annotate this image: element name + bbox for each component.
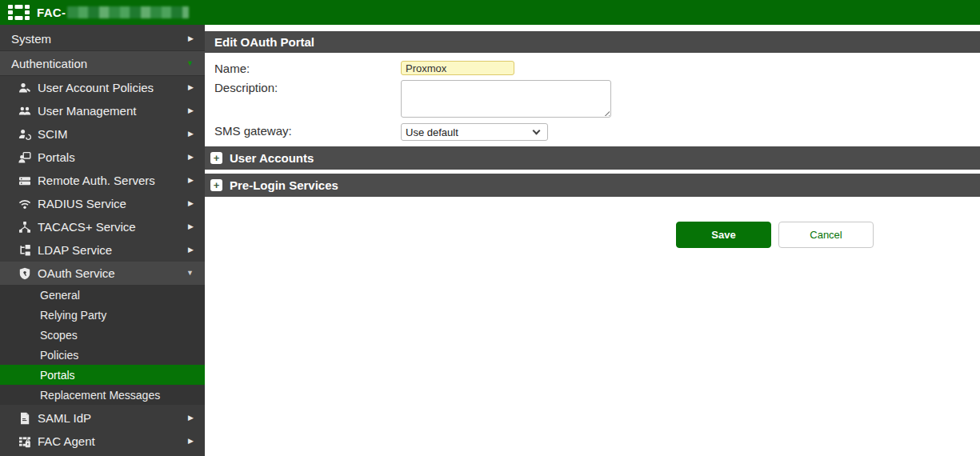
sidebar-item-system[interactable]: System▶ [0,26,205,51]
form-actions: Save Cancel [676,222,980,248]
description-label: Description: [214,80,401,118]
expand-plus-icon[interactable] [210,152,222,164]
sidebar-item-label: Policies [40,349,194,362]
description-textarea[interactable] [401,80,611,118]
sidebar-item-label: Scopes [40,329,194,342]
sidebar-nav: System▶Authentication▼User Account Polic… [0,25,205,456]
sidebar-item-label: Relying Party [40,309,194,322]
tacacs-network-icon [18,221,32,234]
sidebar-item-label: General [40,289,194,302]
chevron-right-icon: ▶ [188,200,194,207]
user-policies-icon [18,82,32,94]
sidebar-item-fac-agent[interactable]: FAC Agent▶ [0,430,205,453]
chevron-right-icon: ▶ [188,177,194,184]
sidebar-item-label: Replacement Messages [40,389,194,402]
sidebar-item-ldap-service[interactable]: LDAP Service▶ [0,238,205,262]
section-user-accounts[interactable]: User Accounts [205,146,980,170]
chevron-down-icon: ▼ [186,270,194,277]
chevron-right-icon: ▶ [188,130,194,138]
sidebar-item-label: TACACS+ Service [38,220,183,234]
section-pre-login-services[interactable]: Pre-Login Services [205,174,980,197]
user-sync-icon [18,128,32,141]
description-row: Description: [214,80,980,118]
remote-servers-icon [18,174,32,187]
sidebar-item-label: OAuth Service [38,266,182,280]
chevron-right-icon: ▶ [188,414,194,422]
oauth-portal-form: Name: Description: SMS gateway: Use defa… [205,53,980,141]
sidebar-item-authentication[interactable]: Authentication▼ [0,51,205,76]
sidebar-item-tacacs-service[interactable]: TACACS+ Service▶ [0,215,205,238]
sidebar-item-label: Portals [38,150,183,164]
oauth-shield-icon [18,267,32,280]
user-group-icon [18,105,32,118]
chevron-right-icon: ▶ [188,438,194,445]
device-name: FAC- [37,6,189,19]
portal-window-icon [18,151,32,164]
fortinet-logo-icon [8,5,30,20]
ldap-tree-icon [18,244,32,257]
sidebar-item-remote-auth-servers[interactable]: Remote Auth. Servers▶ [0,169,205,192]
sidebar-item-relying-party[interactable]: Relying Party [0,305,205,325]
sidebar-item-user-management[interactable]: User Management▶ [0,99,205,122]
sidebar-item-label: Remote Auth. Servers [38,174,183,187]
section-label: User Accounts [230,151,314,165]
sms-gateway-label: SMS gateway: [214,123,401,141]
fac-agent-grid-icon [18,435,32,448]
name-input[interactable] [401,61,514,75]
save-button[interactable]: Save [676,222,771,248]
sidebar-item-replacement-messages[interactable]: Replacement Messages [0,385,205,405]
sidebar-item-radius-service[interactable]: RADIUS Service▶ [0,192,205,215]
chevron-right-icon: ▶ [188,246,194,254]
sidebar-item-user-account-policies[interactable]: User Account Policies▶ [0,76,205,99]
sidebar-item-portals[interactable]: Portals▶ [0,146,205,169]
chevron-right-icon: ▶ [188,35,194,42]
sidebar-item-label: LDAP Service [38,243,183,257]
chevron-right-icon: ▶ [188,84,194,91]
page-title: Edit OAuth Portal [205,31,980,53]
sidebar-item-label: System [11,32,183,46]
saml-document-icon [18,412,32,425]
sidebar-item-label: RADIUS Service [38,197,183,210]
main-content: Edit OAuth Portal Name: Description: SMS… [205,25,980,456]
sidebar-item-label: FAC Agent [38,434,183,448]
expand-plus-icon[interactable] [210,179,222,191]
sidebar-item-label: SCIM [38,127,183,141]
sidebar-item-label: User Account Policies [38,81,183,94]
cancel-button[interactable]: Cancel [778,222,874,248]
top-bar: FAC- [0,0,980,25]
sidebar-item-label: Portals [40,369,194,382]
section-label: Pre-Login Services [230,178,338,192]
sidebar-item-oauth-service[interactable]: OAuth Service▼ [0,262,205,285]
sidebar-item-saml-idp[interactable]: SAML IdP▶ [0,406,205,430]
sidebar-item-scopes[interactable]: Scopes [0,325,205,345]
name-row: Name: [214,61,980,75]
sidebar-item-portals[interactable]: Portals [0,365,205,385]
chevron-right-icon: ▶ [188,154,194,161]
sidebar-item-label: Authentication [11,57,182,70]
radius-wifi-icon [18,198,32,210]
chevron-right-icon: ▶ [188,223,194,230]
sidebar-item-scim[interactable]: SCIM▶ [0,122,205,146]
chevron-right-icon: ▶ [188,107,194,114]
sidebar-item-label: User Management [38,104,183,118]
chevron-down-icon: ▼ [186,60,194,67]
sidebar-item-label: SAML IdP [38,411,183,425]
redacted-hostname [67,6,189,18]
sidebar-item-general[interactable]: General [0,285,205,305]
sidebar-item-policies[interactable]: Policies [0,345,205,365]
name-label: Name: [214,61,401,75]
sms-gateway-row: SMS gateway: Use default [214,123,980,141]
sms-gateway-select[interactable]: Use default [401,123,548,141]
